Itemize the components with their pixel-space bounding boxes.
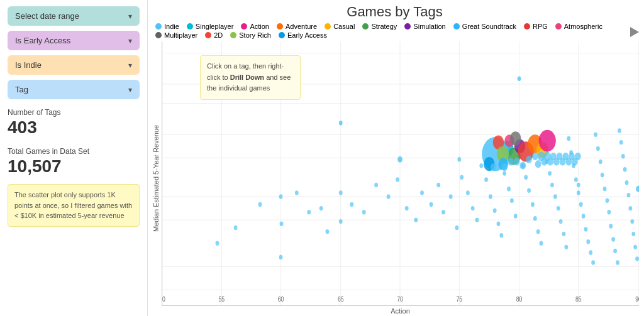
- svg-point-105: [623, 167, 627, 172]
- svg-point-45: [436, 183, 440, 187]
- svg-point-88: [586, 239, 590, 244]
- scatter-plot[interactable]: 50M 10M 5M 1M 500K 100K 50K 10K 50 55 60…: [162, 41, 639, 306]
- svg-point-99: [611, 237, 615, 241]
- legend-item-label: Strategy: [371, 23, 397, 30]
- svg-point-55: [489, 194, 492, 199]
- legend-item-label: Multiplayer: [164, 31, 197, 39]
- legend-item[interactable]: Casual: [325, 23, 355, 30]
- legend-next-arrow-icon[interactable]: [630, 27, 639, 37]
- svg-text:55: 55: [218, 295, 225, 303]
- svg-point-93: [599, 160, 602, 164]
- page-title: Games by Tags: [150, 4, 639, 20]
- svg-point-151: [535, 160, 541, 168]
- date-range-dropdown[interactable]: Select date range ▾: [8, 6, 140, 26]
- svg-point-112: [635, 256, 639, 261]
- svg-point-40: [396, 177, 399, 182]
- legend-item[interactable]: Early Access: [279, 31, 327, 39]
- svg-point-36: [350, 202, 353, 207]
- legend-dot-icon: [279, 32, 285, 38]
- legend-dot-icon: [325, 23, 331, 30]
- svg-point-90: [591, 260, 595, 264]
- legend-dot-icon: [155, 32, 162, 38]
- num-tags-value: 403: [8, 117, 140, 138]
- svg-text:60: 60: [278, 295, 284, 303]
- svg-point-38: [374, 183, 378, 187]
- svg-point-149: [526, 156, 532, 163]
- legend-item[interactable]: Adventure: [277, 23, 317, 30]
- legend-item[interactable]: Multiplayer: [155, 31, 197, 39]
- svg-point-147: [514, 158, 520, 165]
- date-range-arrow-icon: ▾: [128, 12, 132, 21]
- svg-point-115: [279, 194, 283, 199]
- legend-dot-icon: [362, 23, 369, 30]
- indie-arrow-icon: ▾: [128, 61, 132, 70]
- legend-item[interactable]: Atmospheric: [555, 23, 602, 30]
- svg-point-48: [455, 226, 458, 230]
- legend-item[interactable]: Singleplayer: [187, 23, 234, 30]
- legend-item[interactable]: Story Rich: [230, 31, 271, 39]
- svg-point-95: [603, 187, 607, 191]
- svg-point-111: [633, 245, 637, 249]
- svg-point-44: [430, 202, 433, 207]
- legend-item-label: Early Access: [287, 31, 327, 39]
- legend-item[interactable]: Action: [241, 23, 269, 30]
- svg-point-37: [362, 210, 366, 214]
- legend-item-label: Simulation: [413, 23, 445, 30]
- svg-point-68: [533, 216, 537, 221]
- svg-point-122: [234, 226, 238, 230]
- svg-point-92: [596, 146, 600, 151]
- legend-item[interactable]: 2D: [205, 31, 223, 39]
- svg-point-57: [497, 222, 501, 226]
- svg-point-129: [636, 186, 639, 192]
- svg-point-117: [307, 210, 311, 214]
- indie-dropdown[interactable]: Is Indie ▾: [8, 55, 140, 75]
- svg-point-65: [524, 175, 528, 179]
- svg-point-79: [564, 245, 568, 249]
- svg-point-102: [618, 128, 621, 133]
- svg-point-58: [499, 233, 503, 237]
- svg-point-148: [520, 161, 526, 169]
- svg-text:70: 70: [397, 295, 403, 303]
- svg-point-51: [471, 206, 475, 210]
- early-access-dropdown[interactable]: Is Early Access ▾: [8, 31, 140, 50]
- legend-item-label: Adventure: [286, 23, 317, 30]
- legend-dot-icon: [404, 23, 411, 30]
- legend-item[interactable]: Indie: [155, 23, 179, 30]
- svg-point-53: [479, 163, 483, 168]
- svg-point-66: [527, 188, 531, 192]
- legend-item[interactable]: Simulation: [404, 23, 445, 30]
- svg-point-98: [609, 224, 613, 228]
- svg-point-54: [484, 177, 488, 182]
- tag-arrow-icon: ▾: [128, 85, 132, 94]
- main-content: Games by Tags IndieSingleplayerActionAdv…: [148, 0, 644, 316]
- svg-point-78: [562, 232, 566, 236]
- svg-point-123: [216, 241, 219, 245]
- legend-item[interactable]: Strategy: [362, 23, 397, 30]
- svg-point-113: [457, 157, 461, 161]
- svg-text:80: 80: [516, 295, 523, 303]
- svg-point-100: [613, 249, 617, 253]
- legend-dot-icon: [205, 32, 211, 38]
- svg-point-97: [607, 210, 611, 214]
- svg-point-144: [501, 163, 508, 171]
- legend-item[interactable]: RPG: [524, 23, 548, 30]
- svg-point-118: [280, 222, 284, 226]
- svg-point-49: [460, 175, 464, 179]
- num-tags-block: Number of Tags 403: [8, 108, 140, 138]
- svg-point-87: [584, 227, 588, 231]
- svg-point-103: [619, 140, 623, 144]
- tag-dropdown[interactable]: Tag ▾: [8, 80, 140, 99]
- date-range-label: Select date range: [15, 11, 79, 21]
- svg-point-39: [387, 194, 391, 199]
- svg-point-42: [414, 217, 418, 222]
- svg-point-80: [567, 136, 570, 141]
- svg-point-126: [279, 255, 283, 259]
- sidebar-note: The scatter plot only supports 1K points…: [8, 184, 140, 227]
- legend-item-label: Atmospheric: [564, 23, 602, 30]
- legend-item[interactable]: Great Soundtrack: [453, 23, 516, 30]
- svg-text:65: 65: [338, 295, 344, 303]
- total-games-value: 10,507: [8, 156, 140, 177]
- tag-label: Tag: [15, 85, 28, 94]
- svg-point-110: [631, 232, 635, 236]
- svg-point-50: [466, 190, 470, 195]
